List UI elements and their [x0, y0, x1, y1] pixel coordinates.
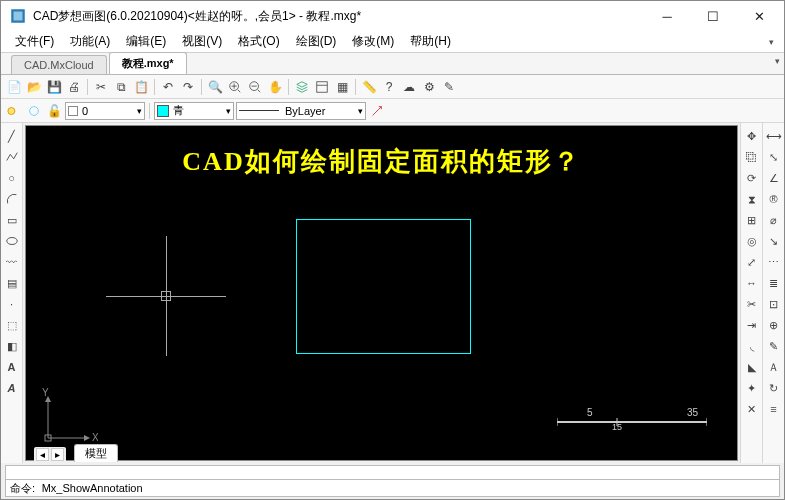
dim-style-icon[interactable]: ≡: [765, 400, 783, 418]
hatch-tool-icon[interactable]: ▤: [3, 274, 21, 292]
nav-prev-icon[interactable]: ▸: [51, 448, 64, 461]
cloud-sync-icon[interactable]: ☁: [400, 78, 418, 96]
pan-icon[interactable]: ✋: [266, 78, 284, 96]
fillet-tool-icon[interactable]: ◟: [743, 337, 761, 355]
paste-icon[interactable]: 📋: [132, 78, 150, 96]
mtext-tool-icon[interactable]: A: [3, 379, 21, 397]
block-tool-icon[interactable]: ⬚: [3, 316, 21, 334]
menu-function[interactable]: 功能(A): [62, 31, 118, 52]
annotate-icon[interactable]: ✎: [440, 78, 458, 96]
explode-tool-icon[interactable]: ✦: [743, 379, 761, 397]
dim-aligned-icon[interactable]: ⤡: [765, 148, 783, 166]
cut-icon[interactable]: ✂: [92, 78, 110, 96]
dim-linear-icon[interactable]: ⟷: [765, 127, 783, 145]
svg-text:35: 35: [687, 408, 699, 418]
zoom-in-icon[interactable]: [226, 78, 244, 96]
ellipse-tool-icon[interactable]: [3, 232, 21, 250]
zoom-realtime-icon[interactable]: 🔍: [206, 78, 224, 96]
polyline-tool-icon[interactable]: [3, 148, 21, 166]
layer-freeze-icon[interactable]: [25, 102, 43, 120]
redo-icon[interactable]: ↷: [179, 78, 197, 96]
rect-tool-icon[interactable]: ▭: [3, 211, 21, 229]
erase-tool-icon[interactable]: ✕: [743, 400, 761, 418]
array-tool-icon[interactable]: ⊞: [743, 211, 761, 229]
region-tool-icon[interactable]: ◧: [3, 337, 21, 355]
modify-toolbar-right-2: ⟷ ⤡ ∠ ® ⌀ ↘ ⋯ ≣ ⊡ ⊕ ✎ Ａ ↻ ≡: [762, 123, 784, 463]
menu-edit[interactable]: 编辑(E): [118, 31, 174, 52]
menu-format[interactable]: 格式(O): [230, 31, 287, 52]
undo-icon[interactable]: ↶: [159, 78, 177, 96]
tab-overflow-icon[interactable]: ▾: [775, 56, 780, 66]
color-select[interactable]: 青▾: [154, 102, 234, 120]
svg-point-3: [8, 107, 15, 114]
help-icon[interactable]: ?: [380, 78, 398, 96]
copy-icon[interactable]: ⧉: [112, 78, 130, 96]
print-icon[interactable]: 🖨: [65, 78, 83, 96]
chamfer-tool-icon[interactable]: ◣: [743, 358, 761, 376]
offset-tool-icon[interactable]: ◎: [743, 232, 761, 250]
dim-angular-icon[interactable]: ∠: [765, 169, 783, 187]
new-file-icon[interactable]: 📄: [5, 78, 23, 96]
command-prompt: 命令:: [10, 481, 35, 496]
menu-overflow-icon[interactable]: ▾: [763, 37, 780, 47]
copy-tool-icon[interactable]: ⿻: [743, 148, 761, 166]
text-tool-icon[interactable]: A: [3, 358, 21, 376]
measure-icon[interactable]: 📏: [360, 78, 378, 96]
center-mark-icon[interactable]: ⊕: [765, 316, 783, 334]
layout-nav-arrows[interactable]: ◂ ▸: [34, 447, 66, 462]
command-line[interactable]: 命令: Mx_ShowAnnotation: [5, 479, 780, 497]
tab-tutorial[interactable]: 教程.mxg*: [109, 52, 187, 74]
linetype-select[interactable]: ByLayer▾: [236, 102, 366, 120]
drawing-canvas[interactable]: CAD如何绘制固定面积的矩形？ 5 35 15: [25, 125, 738, 461]
stretch-tool-icon[interactable]: ↔: [743, 274, 761, 292]
dim-continue-icon[interactable]: ⋯: [765, 253, 783, 271]
mirror-tool-icon[interactable]: ⧗: [743, 190, 761, 208]
menu-draw[interactable]: 绘图(D): [288, 31, 345, 52]
dim-diameter-icon[interactable]: ⌀: [765, 211, 783, 229]
nav-first-icon[interactable]: ◂: [36, 448, 49, 461]
blocks-icon[interactable]: ▦: [333, 78, 351, 96]
scale-tool-icon[interactable]: ⤢: [743, 253, 761, 271]
window-title: CAD梦想画图(6.0.20210904)<姓赵的呀。,会员1> - 教程.mx…: [33, 8, 644, 25]
dim-text-edit-icon[interactable]: Ａ: [765, 358, 783, 376]
app-logo-icon: [9, 7, 27, 25]
arc-tool-icon[interactable]: [3, 190, 21, 208]
properties-icon[interactable]: [313, 78, 331, 96]
maximize-button[interactable]: ☐: [690, 1, 736, 31]
leader-icon[interactable]: ↘: [765, 232, 783, 250]
dim-edit-icon[interactable]: ✎: [765, 337, 783, 355]
match-properties-icon[interactable]: [368, 102, 386, 120]
rotate-tool-icon[interactable]: ⟳: [743, 169, 761, 187]
command-history[interactable]: [5, 465, 780, 479]
layer-state-icon[interactable]: [5, 102, 23, 120]
tolerance-icon[interactable]: ⊡: [765, 295, 783, 313]
open-file-icon[interactable]: 📂: [25, 78, 43, 96]
layer-lock-icon[interactable]: 🔓: [45, 102, 63, 120]
trim-tool-icon[interactable]: ✂: [743, 295, 761, 313]
dim-update-icon[interactable]: ↻: [765, 379, 783, 397]
move-tool-icon[interactable]: ✥: [743, 127, 761, 145]
circle-tool-icon[interactable]: ○: [3, 169, 21, 187]
minimize-button[interactable]: ─: [644, 1, 690, 31]
extend-tool-icon[interactable]: ⇥: [743, 316, 761, 334]
settings-icon[interactable]: ⚙: [420, 78, 438, 96]
dim-baseline-icon[interactable]: ≣: [765, 274, 783, 292]
line-tool-icon[interactable]: ╱: [3, 127, 21, 145]
dim-radius-icon[interactable]: ®: [765, 190, 783, 208]
menu-help[interactable]: 帮助(H): [402, 31, 459, 52]
menu-view[interactable]: 视图(V): [174, 31, 230, 52]
point-tool-icon[interactable]: ·: [3, 295, 21, 313]
model-space-tab[interactable]: 模型: [74, 444, 118, 462]
spline-tool-icon[interactable]: 〰: [3, 253, 21, 271]
layers-icon[interactable]: [293, 78, 311, 96]
tab-cloud[interactable]: CAD.MxCloud: [11, 55, 107, 74]
zoom-out-icon[interactable]: [246, 78, 264, 96]
svg-text:15: 15: [612, 422, 622, 430]
color-select-value: 青: [173, 103, 184, 118]
layer-select[interactable]: 0▾: [65, 102, 145, 120]
menu-file[interactable]: 文件(F): [7, 31, 62, 52]
save-icon[interactable]: 💾: [45, 78, 63, 96]
close-button[interactable]: ✕: [736, 1, 782, 31]
menu-modify[interactable]: 修改(M): [344, 31, 402, 52]
svg-text:5: 5: [587, 408, 593, 418]
